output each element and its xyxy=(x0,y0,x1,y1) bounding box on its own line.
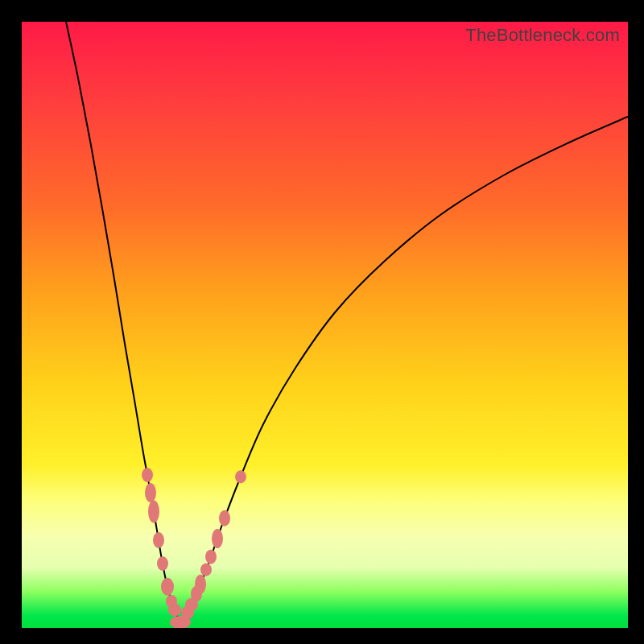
data-marker xyxy=(157,556,168,571)
data-marker xyxy=(153,532,164,548)
data-marker xyxy=(205,550,217,564)
data-marker xyxy=(142,468,153,482)
watermark-text: TheBottleneck.com xyxy=(465,25,620,46)
data-marker xyxy=(200,564,212,576)
curve-left-branch xyxy=(66,22,180,622)
data-marker xyxy=(219,510,230,526)
data-marker xyxy=(212,529,223,548)
data-markers xyxy=(142,468,246,628)
data-marker xyxy=(195,575,206,594)
plot-area: TheBottleneck.com xyxy=(22,22,628,628)
data-marker xyxy=(145,483,156,502)
data-marker xyxy=(235,470,246,483)
data-marker xyxy=(168,604,181,617)
outer-frame: TheBottleneck.com xyxy=(0,0,644,644)
data-marker xyxy=(148,501,159,523)
curve-layer xyxy=(22,22,628,628)
data-marker xyxy=(161,578,174,596)
curve-right-branch xyxy=(180,117,628,622)
